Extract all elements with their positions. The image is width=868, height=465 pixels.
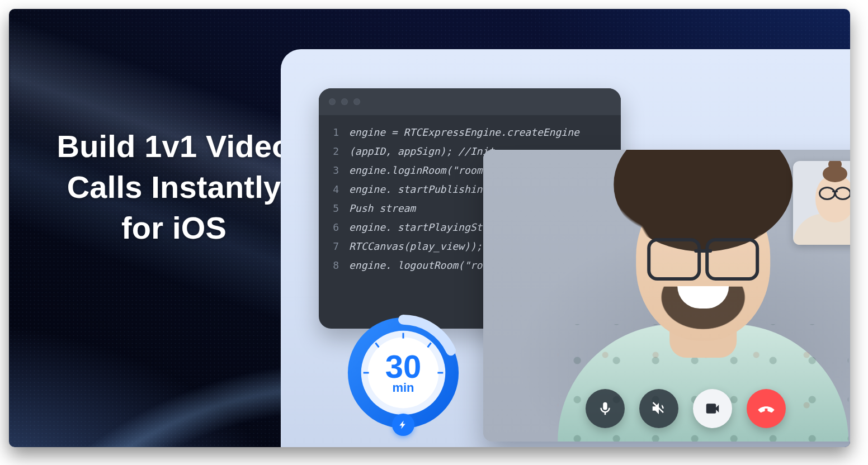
mute-speaker-button[interactable] [639,389,678,428]
code-line: 1engine = RTCExpressEngine.createEngine [329,123,611,142]
badge-unit: min [392,381,414,395]
thirty-min-badge: 30 min [342,312,464,434]
speaker-off-icon [650,400,667,417]
phone-hangup-icon [758,400,775,417]
headline: Build 1v1 Video Calls Instantly for iOS [54,126,294,248]
video-button[interactable] [693,389,732,428]
light-panel: 1engine = RTCExpressEngine.createEngine … [281,49,850,447]
call-controls [586,389,786,428]
window-titlebar [319,88,621,115]
promo-card: Build 1v1 Video Calls Instantly for iOS … [9,9,850,447]
badge-value: 30 [385,350,422,383]
microphone-icon [597,400,614,417]
pip-thumbnail [793,161,850,245]
traffic-dot [329,98,336,105]
hangup-button[interactable] [747,389,786,428]
bolt-icon [392,414,414,436]
video-icon [704,400,721,417]
video-call-preview: 02:16 [483,150,850,442]
traffic-dot [341,98,348,105]
traffic-dot [353,98,360,105]
mic-button[interactable] [586,389,625,428]
